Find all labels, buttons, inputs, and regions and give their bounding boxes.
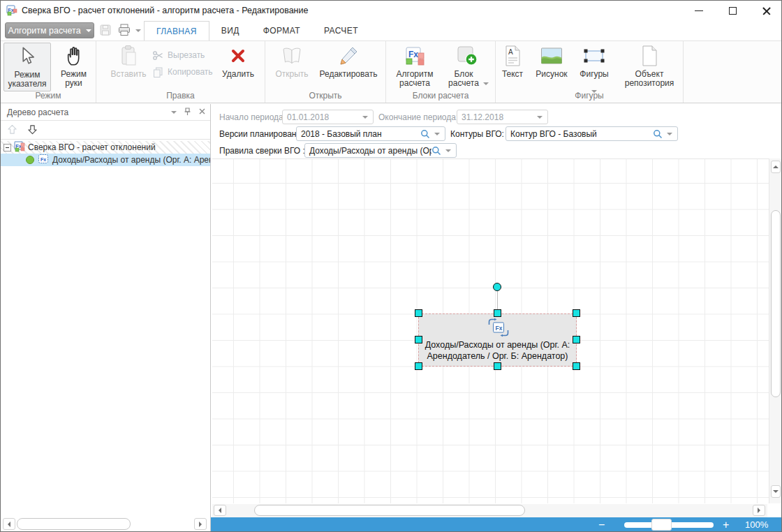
save-button[interactable] — [99, 24, 112, 38]
qat-dropdown-button[interactable] — [135, 29, 141, 32]
vgo-contour-value: Контур ВГО - Базовый — [506, 129, 648, 139]
arrow-down-icon — [27, 124, 38, 135]
tree-panel-header: Дерево расчета — [1, 104, 210, 121]
hscroll-thumb[interactable] — [254, 505, 525, 516]
tree-panel-title: Дерево расчета — [7, 108, 68, 117]
zoom-in-button[interactable]: + — [723, 517, 729, 532]
handle-top-middle[interactable] — [494, 309, 501, 317]
paste-button[interactable]: Вставить — [105, 43, 152, 91]
copy-icon — [152, 66, 164, 78]
svg-text:Fx: Fx — [408, 50, 418, 59]
panel-close-button[interactable] — [198, 108, 206, 117]
maximize-button[interactable] — [722, 5, 743, 17]
vscroll-up-button[interactable] — [771, 161, 781, 173]
tree-root-row[interactable]: Fx Сверка ВГО - расчет отклонений — [1, 141, 210, 154]
handle-top-right[interactable] — [573, 309, 580, 317]
picture-button[interactable]: Рисунок — [532, 43, 571, 91]
ribbon-tabs: ГЛАВНАЯ ВИД ФОРМАТ РАСЧЕТ — [144, 21, 370, 40]
fx-algorithm-icon: Fx — [390, 45, 439, 67]
hscroll-right-button[interactable] — [753, 505, 765, 516]
minimize-button[interactable] — [688, 5, 709, 17]
delete-x-icon — [215, 45, 261, 67]
hand-mode-button[interactable]: Режим руки — [54, 43, 94, 91]
vgo-rules-dropdown-icon — [445, 149, 451, 152]
move-down-button[interactable] — [27, 124, 38, 138]
pointer-mode-button[interactable]: Режим указателя — [3, 43, 51, 91]
zoom-slider-thumb[interactable] — [651, 519, 672, 531]
panel-dropdown-button[interactable] — [171, 111, 177, 114]
zoom-out-button[interactable]: − — [598, 517, 605, 532]
ribbon-group-mode: Режим указателя Режим руки Режим — [1, 41, 96, 103]
period-end-label: Окончание периода: — [378, 112, 458, 122]
paste-label: Вставить — [105, 70, 152, 79]
tab-row: Алгоритм расчета ГЛАВНАЯ — [1, 20, 781, 40]
rotation-handle[interactable] — [493, 283, 501, 291]
delete-button[interactable]: Удалить — [215, 43, 261, 91]
text-label: Текст — [497, 70, 528, 79]
copy-button[interactable]: Копировать — [152, 64, 213, 80]
handle-top-left[interactable] — [415, 309, 422, 317]
vgo-rules-combo[interactable]: Доходы/Расходы от аренды (Орг. — [304, 143, 457, 158]
planning-version-combo[interactable]: 2018 - Базовый план — [296, 126, 445, 141]
calc-algorithm-button[interactable]: Fx Алгоритм расчета — [390, 43, 439, 91]
tab-raschet[interactable]: РАСЧЕТ — [312, 21, 370, 40]
hscroll-left-button[interactable] — [214, 505, 226, 516]
calc-block-shape[interactable]: Fx Доходы/Расходы от аренды (Орг. А: Аре… — [418, 313, 577, 367]
open-book-icon — [270, 45, 314, 67]
tree-hscroll-thumb[interactable] — [17, 518, 131, 530]
shapes-icon — [575, 45, 613, 67]
block-add-icon — [443, 45, 489, 67]
period-end-combo[interactable]: 31.12.2018 — [457, 110, 548, 124]
pin-button[interactable] — [183, 107, 192, 119]
collapse-expander-icon[interactable] — [3, 144, 11, 152]
canvas-vscrollbar[interactable] — [769, 158, 781, 503]
tree-child-row[interactable]: Fx Доходы/Расходы от аренды (Орг. А: Аре… — [1, 154, 210, 166]
tree-hscroll-right-button[interactable] — [194, 518, 207, 530]
calc-block-button[interactable]: Блок расчета — [443, 43, 489, 91]
move-up-button[interactable] — [6, 124, 18, 138]
panel-close-icon — [198, 108, 206, 115]
design-canvas[interactable]: Fx Доходы/Расходы от аренды (Орг. А: Аре… — [212, 158, 769, 503]
app-icon: Fx — [6, 5, 17, 16]
text-button[interactable]: A Текст — [497, 43, 528, 91]
edit-label: Редактировать — [316, 70, 381, 79]
copy-label: Копировать — [168, 67, 213, 77]
quick-access-toolbar — [99, 24, 141, 38]
planning-version-value: 2018 - Базовый план — [297, 129, 415, 139]
text-document-icon: A — [497, 45, 528, 67]
tab-vid[interactable]: ВИД — [209, 21, 251, 40]
canvas-hscrollbar[interactable] — [212, 504, 767, 517]
handle-bottom-left[interactable] — [415, 362, 422, 370]
tab-glavnaya[interactable]: ГЛАВНАЯ — [144, 21, 209, 40]
repo-object-button[interactable]: Объект репозитория — [623, 43, 676, 91]
tab-format[interactable]: ФОРМАТ — [251, 21, 312, 40]
hand-mode-label: Режим руки — [54, 70, 94, 88]
tree-hscroll-left-button[interactable] — [3, 518, 15, 530]
print-button[interactable] — [117, 23, 131, 38]
shapes-button[interactable]: Фигуры — [575, 43, 613, 91]
pencil-icon — [316, 45, 381, 67]
vscroll-thumb[interactable] — [771, 210, 781, 397]
handle-middle-left[interactable] — [415, 336, 422, 343]
handle-bottom-right[interactable] — [573, 362, 580, 370]
open-button[interactable]: Открыть — [270, 43, 314, 91]
handle-bottom-middle[interactable] — [494, 362, 501, 370]
edit-button[interactable]: Редактировать — [316, 43, 381, 91]
vscroll-down-button[interactable] — [771, 485, 781, 498]
close-button[interactable] — [756, 5, 777, 17]
zoom-level: 100% — [745, 517, 768, 532]
picture-label: Рисунок — [532, 70, 571, 79]
vgo-contour-combo[interactable]: Контур ВГО - Базовый — [506, 126, 678, 141]
calc-tree: Fx Сверка ВГО - расчет отклонений Fx — [1, 141, 210, 166]
ribbon-group-open: Открыть Редактировать Открыть — [265, 41, 386, 103]
vgo-contour-label: Контуры ВГО: — [450, 129, 504, 139]
period-start-combo[interactable]: 01.01.2018 — [282, 110, 374, 124]
handle-middle-right[interactable] — [573, 336, 580, 343]
paste-icon — [105, 45, 152, 67]
tree-hscrollbar[interactable] — [1, 517, 209, 531]
group-label-mode: Режим — [1, 91, 96, 101]
cut-button[interactable]: Вырезать — [152, 47, 205, 63]
minimize-icon — [695, 10, 703, 11]
calc-tree-panel: Дерево расчета — [1, 104, 211, 531]
app-menu-button[interactable]: Алгоритм расчета — [5, 22, 94, 38]
